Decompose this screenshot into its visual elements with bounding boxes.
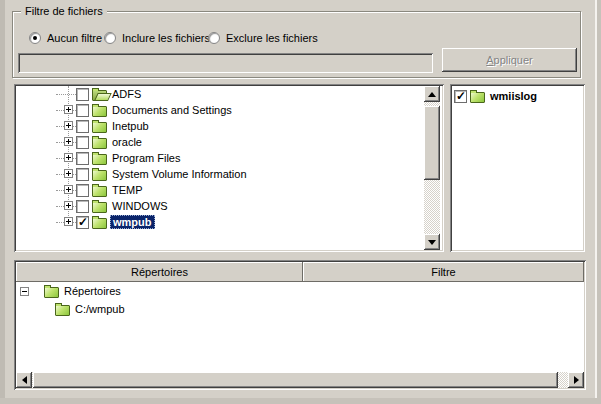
selection-table-panel: Répertoires Filtre Répertoires C:/wmpub: [14, 260, 586, 390]
plus-expander-icon[interactable]: [64, 137, 73, 146]
tree-row-wmpub[interactable]: wmpub: [16, 214, 424, 230]
scroll-up-button[interactable]: [424, 86, 440, 102]
plus-expander-icon[interactable]: [64, 121, 73, 130]
tree-row-program-files[interactable]: Program Files: [16, 150, 424, 166]
checkbox[interactable]: [76, 184, 89, 197]
tree-row-adfs[interactable]: ADFS: [16, 86, 424, 102]
column-header-repertoires[interactable]: Répertoires: [16, 262, 303, 282]
plus-expander-icon[interactable]: [64, 153, 73, 162]
plus-expander-icon[interactable]: [64, 105, 73, 114]
filter-groupbox-title: Filtre de fichiers: [21, 5, 107, 17]
window-edge: [597, 0, 601, 404]
scroll-left-button[interactable]: [16, 372, 32, 388]
tree-row-label: Program Files: [112, 152, 180, 164]
window-edge: [0, 0, 5, 404]
radio-no-filter-label: Aucun filtre: [47, 32, 102, 44]
checkbox[interactable]: [76, 200, 89, 213]
filter-pattern-input[interactable]: [18, 53, 433, 73]
folder-icon: [92, 106, 107, 117]
column-header-filtre[interactable]: Filtre: [303, 262, 584, 282]
tree-row-label: TEMP: [112, 184, 143, 196]
arrow-left-icon: [22, 376, 27, 384]
arrow-down-icon: [428, 240, 436, 245]
tree-row-label: System Volume Information: [112, 168, 247, 180]
tree-row-oracle[interactable]: oracle: [16, 134, 424, 150]
checkbox[interactable]: [76, 216, 89, 229]
folder-icon: [92, 202, 107, 213]
plus-expander-icon[interactable]: [64, 217, 73, 226]
tree-row-documents-and-settings[interactable]: Documents and Settings: [16, 102, 424, 118]
subfolder-row-wmiislog[interactable]: wmiislog: [452, 88, 583, 104]
checkbox[interactable]: [76, 120, 89, 133]
tree-row-label: wmpub: [110, 215, 155, 229]
checkbox[interactable]: [76, 88, 89, 101]
radio-button-icon[interactable]: [208, 32, 220, 44]
window-edge: [0, 398, 601, 404]
minus-expander-icon[interactable]: [20, 287, 29, 296]
selection-path-label: C:/wmpub: [75, 303, 125, 315]
selection-tree-root[interactable]: Répertoires: [16, 282, 584, 300]
scroll-right-button[interactable]: [568, 372, 584, 388]
selection-root-label: Répertoires: [64, 285, 121, 297]
selection-tree: Répertoires C:/wmpub: [16, 282, 584, 372]
radio-exclude-files-label: Exclure les fichiers: [226, 32, 318, 44]
radio-exclude-files[interactable]: Exclure les fichiers: [208, 32, 318, 44]
folder-icon: [92, 122, 107, 133]
file-filter-dialog: Filtre de fichiers Aucun filtre Inclure …: [0, 0, 601, 404]
selection-horizontal-scrollbar[interactable]: [16, 372, 584, 388]
radio-no-filter[interactable]: Aucun filtre: [29, 32, 102, 44]
scroll-down-button[interactable]: [424, 234, 440, 250]
directory-tree: ADFS Documents and Settings Inetpub orac…: [16, 86, 424, 250]
folder-icon: [470, 92, 485, 103]
folder-icon: [92, 154, 107, 165]
column-header-label: Filtre: [431, 266, 455, 278]
apply-button-label: Appliquer: [442, 54, 577, 66]
checkbox[interactable]: [76, 152, 89, 165]
plus-expander-icon[interactable]: [64, 169, 73, 178]
radio-include-files[interactable]: Inclure les fichiers: [104, 32, 210, 44]
checkbox[interactable]: [76, 104, 89, 117]
column-header-label: Répertoires: [131, 266, 188, 278]
tree-row-windows[interactable]: WINDOWS: [16, 198, 424, 214]
radio-button-icon[interactable]: [104, 32, 116, 44]
folder-open-icon: [92, 90, 107, 101]
radio-include-files-label: Inclure les fichiers: [122, 32, 210, 44]
folder-icon: [92, 218, 107, 229]
scrollbar-thumb[interactable]: [33, 372, 558, 388]
tree-row-label: ADFS: [112, 88, 141, 100]
tree-vertical-scrollbar[interactable]: [424, 86, 440, 250]
checkbox[interactable]: [76, 168, 89, 181]
tree-row-temp[interactable]: TEMP: [16, 182, 424, 198]
folder-icon: [92, 138, 107, 149]
directory-tree-panel: ADFS Documents and Settings Inetpub orac…: [14, 84, 444, 252]
selection-tree-item-wmpub[interactable]: C:/wmpub: [16, 300, 584, 318]
subfolder-list: wmiislog: [452, 86, 583, 250]
tree-row-system-volume-information[interactable]: System Volume Information: [16, 166, 424, 182]
subfolder-label: wmiislog: [490, 90, 537, 102]
folder-icon: [55, 305, 70, 316]
folder-icon: [92, 170, 107, 181]
tree-row-inetpub[interactable]: Inetpub: [16, 118, 424, 134]
apply-button[interactable]: Appliquer: [442, 48, 577, 72]
checkbox[interactable]: [454, 90, 467, 103]
tree-row-label: oracle: [112, 136, 142, 148]
arrow-up-icon: [428, 92, 436, 97]
arrow-right-icon: [574, 376, 579, 384]
scrollbar-thumb[interactable]: [424, 106, 440, 180]
plus-expander-icon[interactable]: [64, 201, 73, 210]
radio-button-icon[interactable]: [29, 32, 41, 44]
tree-row-label: WINDOWS: [112, 200, 168, 212]
folder-icon: [44, 287, 59, 298]
subfolder-list-panel: wmiislog: [450, 84, 585, 252]
plus-expander-icon[interactable]: [64, 185, 73, 194]
tree-row-label: Documents and Settings: [112, 104, 232, 116]
checkbox[interactable]: [76, 136, 89, 149]
tree-row-label: Inetpub: [112, 120, 149, 132]
selection-table-header: Répertoires Filtre: [16, 262, 584, 282]
folder-icon: [92, 186, 107, 197]
